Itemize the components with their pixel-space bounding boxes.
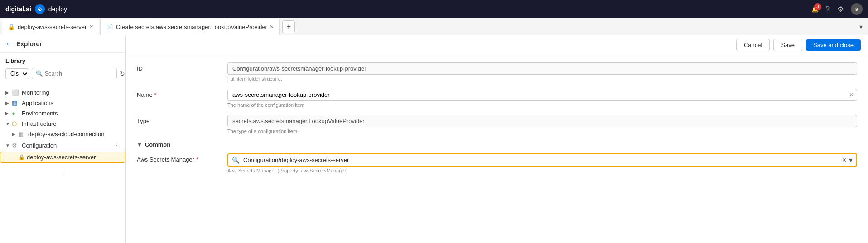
- aws-label: Aws Secrets Manager *: [137, 153, 227, 163]
- cancel-button[interactable]: Cancel: [736, 39, 770, 51]
- deploy-badge: ⊙: [35, 4, 45, 14]
- infrastructure-icon: ⬡: [12, 120, 20, 127]
- search-input[interactable]: [45, 71, 113, 77]
- environments-label: Environments: [22, 110, 120, 117]
- name-required-star: *: [153, 91, 157, 98]
- search-box-icon: 🔍: [36, 70, 43, 77]
- tree-item-environments[interactable]: ▶ ● Environments: [0, 108, 125, 119]
- settings-icon[interactable]: ⚙: [837, 5, 844, 14]
- deploy-aws-secrets-label: deploy-aws-secrets-server: [27, 154, 120, 161]
- sidebar-header: ← Explorer: [0, 35, 125, 53]
- library-label: Library: [5, 57, 120, 64]
- environments-icon: ●: [12, 110, 20, 117]
- tab-deploy-aws-secrets-server[interactable]: 🔒 deploy-aws-secrets-server ×: [2, 19, 99, 35]
- deploy-aws-secrets-lock-icon: 🔒: [19, 154, 25, 160]
- notification-count: 3: [814, 3, 821, 10]
- save-button[interactable]: Save: [773, 39, 802, 51]
- common-section-header[interactable]: ▼ Common: [137, 141, 857, 148]
- tab1-label: deploy-aws-secrets-server: [18, 24, 87, 30]
- id-input: [227, 62, 857, 75]
- type-input: [227, 115, 857, 127]
- name-input[interactable]: [227, 89, 857, 101]
- tab2-doc-icon: 📄: [106, 24, 113, 30]
- monitoring-arrow-icon: ▶: [5, 90, 12, 95]
- ci-type-select[interactable]: CIs: [5, 68, 29, 79]
- type-hint: The type of a configuration item.: [227, 129, 857, 134]
- aws-action-buttons: × ▾: [841, 156, 856, 164]
- configuration-label: Configuration: [22, 142, 113, 149]
- aws-input-wrap: 🔍 × ▾: [227, 153, 857, 167]
- add-tab-button[interactable]: +: [282, 20, 295, 33]
- logo: digital.ai ⊙ deploy: [5, 4, 67, 14]
- deploy-label: deploy: [48, 5, 67, 13]
- form-row-type: Type The type of a configuration item.: [137, 115, 857, 134]
- tabbar: 🔒 deploy-aws-secrets-server × 📄 Create s…: [0, 18, 868, 35]
- monitoring-label: Monitoring: [22, 89, 120, 96]
- common-section-arrow-icon: ▼: [137, 142, 142, 148]
- topbar-icons: 🔔 3 ? ⚙ a: [811, 3, 863, 15]
- tree: ▶ ⬜ Monitoring ▶ ▦ Applications ▶ ● Envi…: [0, 86, 125, 243]
- name-input-wrap: ×: [227, 89, 857, 101]
- content-area: Cancel Save Save and close ID Full item …: [126, 35, 868, 243]
- tree-item-monitoring[interactable]: ▶ ⬜ Monitoring: [0, 87, 125, 98]
- topbar: digital.ai ⊙ deploy 🔔 3 ? ⚙ a: [0, 0, 868, 18]
- back-button[interactable]: ←: [5, 40, 13, 48]
- applications-label: Applications: [22, 100, 120, 106]
- tab2-label: Create secrets.aws.secretsmanager.Lookup…: [116, 24, 267, 30]
- applications-arrow-icon: ▶: [5, 100, 12, 105]
- applications-icon: ▦: [12, 100, 20, 106]
- refresh-icon[interactable]: ↻: [120, 70, 125, 77]
- tree-item-deploy-aws-secrets-server[interactable]: 🔒 deploy-aws-secrets-server: [0, 152, 125, 163]
- deploy-aws-cloud-label: deploy-aws-cloud-connection: [28, 131, 120, 138]
- aws-dropdown-button[interactable]: ▾: [848, 156, 854, 164]
- name-field: × The name of the configuration item: [227, 89, 857, 108]
- form-body: ID Full item folder structure. Name * × …: [126, 55, 868, 188]
- tab-create-lookup-provider[interactable]: 📄 Create secrets.aws.secretsmanager.Look…: [100, 19, 280, 35]
- sidebar-title: Explorer: [16, 40, 42, 48]
- tree-item-deploy-aws-cloud[interactable]: ▶ ▦ deploy-aws-cloud-connection: [0, 129, 125, 139]
- configuration-icon: ⚙: [12, 142, 20, 149]
- id-hint: Full item folder structure.: [227, 76, 857, 81]
- deploy-aws-cloud-icon: ▦: [18, 131, 26, 138]
- sidebar-bottom-more[interactable]: ⋮: [0, 163, 125, 180]
- tree-item-applications[interactable]: ▶ ▦ Applications: [0, 98, 125, 108]
- tab1-close-icon[interactable]: ×: [89, 23, 93, 30]
- type-label: Type: [137, 115, 227, 124]
- form-row-id: ID Full item folder structure.: [137, 62, 857, 81]
- help-icon[interactable]: ?: [826, 5, 830, 13]
- notification-bell[interactable]: 🔔 3: [811, 6, 819, 13]
- aws-hint: Aws Secrets Manager (Property: awsSecret…: [227, 168, 857, 173]
- name-hint: The name of the configuration item: [227, 102, 857, 108]
- type-field: The type of a configuration item.: [227, 115, 857, 134]
- dai-logo-text: digital.ai: [5, 5, 31, 13]
- id-label: ID: [137, 62, 227, 72]
- id-field: Full item folder structure.: [227, 62, 857, 81]
- tab-expand-button[interactable]: ▾: [856, 23, 866, 30]
- aws-clear-button[interactable]: ×: [841, 156, 847, 164]
- form-row-aws: Aws Secrets Manager * 🔍 × ▾ Aws Secrets …: [137, 153, 857, 173]
- deploy-aws-cloud-arrow-icon: ▶: [12, 132, 18, 137]
- aws-secrets-input[interactable]: [243, 154, 841, 166]
- infrastructure-arrow-icon: ▼: [5, 121, 12, 126]
- tab1-lock-icon: 🔒: [8, 24, 15, 30]
- configuration-more-icon[interactable]: ⋮: [113, 141, 120, 150]
- aws-field: 🔍 × ▾ Aws Secrets Manager (Property: aws…: [227, 153, 857, 173]
- monitoring-icon: ⬜: [12, 89, 20, 96]
- search-box: 🔍: [32, 68, 117, 79]
- aws-search-prefix-icon: 🔍: [228, 157, 243, 164]
- content-toolbar: Cancel Save Save and close: [126, 35, 868, 55]
- tab2-close-icon[interactable]: ×: [270, 23, 274, 30]
- common-section-title: Common: [145, 141, 170, 148]
- sidebar: ← Explorer Library CIs 🔍 ↻ ▶ ⬜ Monitor: [0, 35, 126, 243]
- name-clear-icon[interactable]: ×: [849, 91, 854, 99]
- infrastructure-label: Infrastructure: [22, 120, 120, 127]
- library-section: Library CIs 🔍 ↻: [0, 53, 125, 86]
- save-and-close-button[interactable]: Save and close: [806, 39, 861, 51]
- configuration-arrow-icon: ▼: [5, 143, 12, 148]
- search-row: CIs 🔍 ↻: [5, 68, 120, 79]
- tree-item-infrastructure[interactable]: ▼ ⬡ Infrastructure: [0, 119, 125, 129]
- name-label: Name *: [137, 89, 227, 98]
- tree-item-configuration[interactable]: ▼ ⚙ Configuration ⋮: [0, 139, 125, 152]
- aws-required-star: *: [194, 156, 198, 163]
- avatar[interactable]: a: [851, 3, 863, 15]
